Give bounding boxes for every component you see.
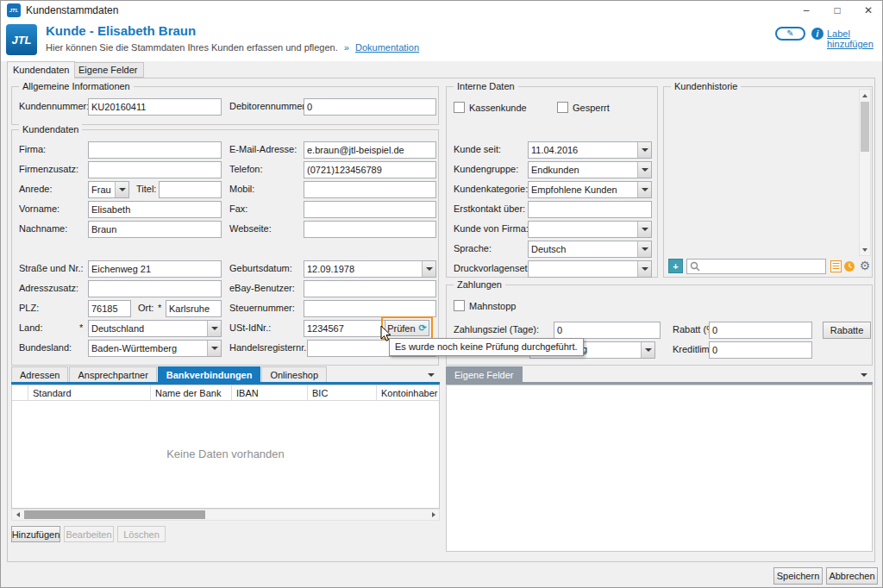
titel-input[interactable]: [159, 181, 222, 198]
history-settings-gear-icon[interactable]: ⚙: [857, 258, 873, 272]
kassenkunde-checkbox[interactable]: [454, 102, 465, 113]
kunde-von-firma-label: Kunde von Firma:: [454, 223, 529, 234]
tab-ansprechpartner[interactable]: Ansprechpartner: [69, 366, 156, 383]
tab-bankverbindungen[interactable]: Bankverbindungen: [158, 366, 261, 383]
dokumentation-link[interactable]: Dokumentation: [355, 42, 419, 53]
bearbeiten-button[interactable]: Bearbeiten: [64, 526, 114, 542]
telefon-input[interactable]: [304, 161, 436, 178]
scroll-up-icon[interactable]: [860, 90, 870, 101]
kundenkategorie-value: Empfohlene Kunden: [529, 182, 637, 197]
kundennummer-input[interactable]: [88, 98, 222, 116]
anrede-select[interactable]: Frau: [88, 181, 129, 198]
h-scrollbar-thumb[interactable]: [24, 510, 205, 519]
abbrechen-button[interactable]: Abbrechen: [826, 567, 878, 585]
kunde-von-firma-select[interactable]: [528, 221, 652, 238]
scrollbar-thumb[interactable]: [861, 102, 869, 152]
column-kontoinhaber[interactable]: Kontoinhaber: [381, 388, 437, 398]
scroll-right-icon[interactable]: [428, 510, 439, 520]
tab-adressen[interactable]: Adressen: [11, 366, 68, 383]
kunde-von-firma-value: [529, 222, 637, 237]
geburtsdatum-label: Geburtsdatum:: [229, 263, 292, 273]
kunde-seit-value: 11.04.2016: [529, 142, 637, 158]
bundesland-select[interactable]: Baden-Württemberg: [88, 340, 222, 357]
mahnstopp-label: Mahnstopp: [469, 301, 516, 311]
adresszusatz-input[interactable]: [88, 280, 222, 297]
druckvorlagenset-select[interactable]: [528, 260, 652, 278]
label-hinzufuegen-link[interactable]: Label hinzufügen: [827, 28, 883, 49]
zahlungsziel-input[interactable]: [554, 322, 661, 339]
kundenhistorie-scrollbar[interactable]: [859, 89, 871, 256]
history-notes-icon[interactable]: [830, 260, 842, 272]
erstkontakt-input[interactable]: [528, 201, 652, 218]
firma-label: Firma:: [19, 144, 46, 154]
rabatte-button[interactable]: Rabatte: [823, 322, 871, 339]
gesperrt-checkbox[interactable]: [557, 102, 568, 113]
ef-collapse-chevron-icon[interactable]: [860, 372, 868, 378]
strasse-input[interactable]: [88, 260, 222, 278]
bank-h-scrollbar[interactable]: [11, 509, 440, 521]
info-icon[interactable]: i: [811, 28, 824, 40]
maximize-button[interactable]: □: [823, 0, 852, 21]
nachname-input[interactable]: [88, 221, 222, 238]
tab-onlineshop[interactable]: Onlineshop: [261, 366, 327, 383]
kundengruppe-label: Kundengruppe:: [454, 164, 518, 174]
history-search-box[interactable]: [686, 259, 826, 274]
ebay-input[interactable]: [304, 280, 436, 297]
kreditlimit-input[interactable]: [709, 341, 812, 359]
history-search-input[interactable]: [703, 261, 823, 272]
chevron-down-icon: [637, 162, 651, 178]
chevron-down-icon: [422, 261, 435, 277]
subtitle-text: Hier können Sie die Stammdaten Ihres Kun…: [46, 42, 338, 53]
kunde-seit-select[interactable]: 11.04.2016: [528, 141, 652, 159]
tab-eigene-felder[interactable]: Eigene Felder: [72, 62, 144, 78]
hinzufuegen-button[interactable]: Hinzufügen: [11, 526, 60, 542]
fax-input[interactable]: [304, 201, 436, 218]
plz-input[interactable]: [88, 300, 131, 317]
eigene-felder-panel-tab[interactable]: Eigene Felder: [446, 366, 523, 383]
header: JTL Kunde - Elisabeth Braun Hier können …: [0, 21, 883, 61]
column-standard[interactable]: Standard: [33, 388, 72, 398]
interne-daten-group-title: Interne Daten: [454, 81, 518, 92]
land-select[interactable]: Deutschland: [88, 320, 222, 337]
ustid-input[interactable]: [304, 320, 386, 337]
speichern-button[interactable]: Speichern: [773, 567, 823, 585]
edit-mode-toggle[interactable]: ✎: [775, 27, 805, 41]
kundennummer-label: Kundennummer:: [19, 101, 89, 111]
column-bic[interactable]: BIC: [312, 388, 328, 398]
column-divider: [376, 385, 377, 401]
close-button[interactable]: ✕: [854, 0, 883, 21]
subtitle-separator: »: [344, 42, 349, 53]
kundenhistorie-group-title: Kundenhistorie: [671, 81, 741, 92]
scroll-left-icon[interactable]: [12, 510, 23, 520]
kundendaten-group: Kundendaten Firma: Firmenzusatz: Anrede:…: [11, 129, 439, 366]
vorname-input[interactable]: [88, 201, 222, 218]
minimize-button[interactable]: –: [792, 0, 821, 21]
firma-input[interactable]: [88, 141, 222, 159]
loeschen-button[interactable]: Löschen: [117, 526, 166, 542]
rabatt-input[interactable]: [709, 322, 812, 339]
add-history-entry-button[interactable]: +: [668, 259, 683, 273]
geburtsdatum-select[interactable]: 12.09.1978: [304, 260, 436, 278]
mobil-input[interactable]: [304, 181, 436, 198]
sprache-label: Sprache:: [454, 243, 492, 253]
titel-label: Titel:: [136, 184, 156, 194]
kundengruppe-select[interactable]: Endkunden: [528, 161, 652, 178]
scroll-down-icon[interactable]: [860, 244, 870, 255]
sprache-select[interactable]: Deutsch: [528, 241, 652, 258]
column-iban[interactable]: IBAN: [236, 388, 259, 398]
webseite-input[interactable]: [304, 221, 436, 238]
tab-kundendaten[interactable]: Kundendaten: [7, 61, 75, 78]
history-clock-icon[interactable]: [843, 260, 855, 272]
kundenkategorie-select[interactable]: Empfohlene Kunden: [528, 181, 652, 198]
mahnstopp-checkbox[interactable]: [454, 300, 465, 311]
steuernummer-input[interactable]: [304, 300, 436, 317]
bank-collapse-chevron-icon[interactable]: [427, 372, 435, 378]
ort-input[interactable]: [166, 300, 222, 317]
email-input[interactable]: [304, 141, 436, 159]
search-icon: [690, 261, 700, 272]
column-name-der-bank[interactable]: Name der Bank: [155, 388, 221, 398]
debitorennummer-input[interactable]: [304, 98, 436, 116]
firmenzusatz-input[interactable]: [88, 161, 222, 178]
chevron-down-icon: [637, 261, 651, 277]
zahlungen-group-title: Zahlungen: [454, 279, 505, 291]
